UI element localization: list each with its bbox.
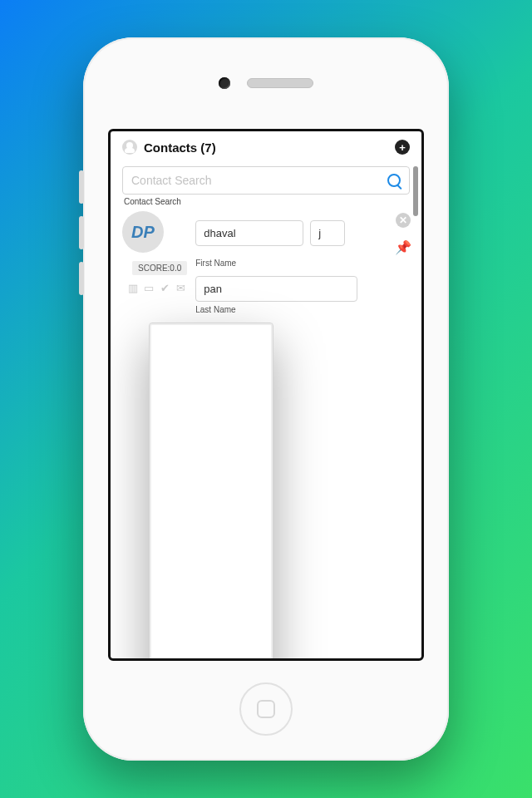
mini-action-icons: ▥ ▭ ✔ ✉ (127, 282, 187, 294)
home-button-glyph (257, 700, 275, 718)
send-mail-icon[interactable]: ✉ (175, 282, 186, 294)
scroll-area[interactable]: Contact Search DP SCORE:0.0 ▥ ▭ ✔ ✉ (111, 161, 421, 658)
first-name-label: First Name (195, 259, 411, 268)
phone-row: ✕ (122, 323, 411, 658)
person-icon (122, 140, 137, 155)
last-name-input[interactable] (195, 276, 357, 302)
earpiece-speaker (247, 78, 313, 88)
contact-card: DP SCORE:0.0 ▥ ▭ ✔ ✉ (122, 211, 411, 658)
task-check-icon[interactable]: ✔ (159, 282, 170, 294)
volume-button (79, 216, 84, 249)
search-input[interactable] (131, 174, 387, 187)
home-button[interactable] (239, 682, 293, 736)
contacts-header: Contacts (7) + (111, 131, 421, 161)
add-contact-button[interactable]: + (395, 140, 410, 155)
app-screen: Contacts (7) + Contact Search DP (108, 129, 424, 661)
middle-initial-input[interactable] (310, 220, 345, 246)
vcard-icon[interactable]: ▭ (143, 282, 155, 294)
word-export-icon[interactable]: ▥ (127, 282, 139, 294)
search-label: Contact Search (124, 197, 413, 206)
contact-search-box[interactable] (122, 166, 410, 195)
volume-button (79, 170, 84, 204)
volume-button (79, 262, 84, 295)
phone-frame: Contacts (7) + Contact Search DP (83, 37, 449, 761)
contacts-title: Contacts (7) (144, 140, 216, 155)
front-camera (219, 77, 230, 89)
avatar[interactable]: DP (122, 211, 164, 253)
phone-top-bar (83, 77, 449, 89)
first-name-input[interactable] (195, 220, 303, 246)
pin-icon[interactable]: 📌 (395, 239, 411, 255)
search-icon[interactable] (387, 174, 401, 187)
clear-name-button[interactable]: ✕ (396, 213, 411, 228)
last-name-label: Last Name (195, 305, 411, 314)
score-badge: SCORE:0.0 (132, 261, 187, 275)
phone-number-input[interactable] (149, 323, 273, 658)
